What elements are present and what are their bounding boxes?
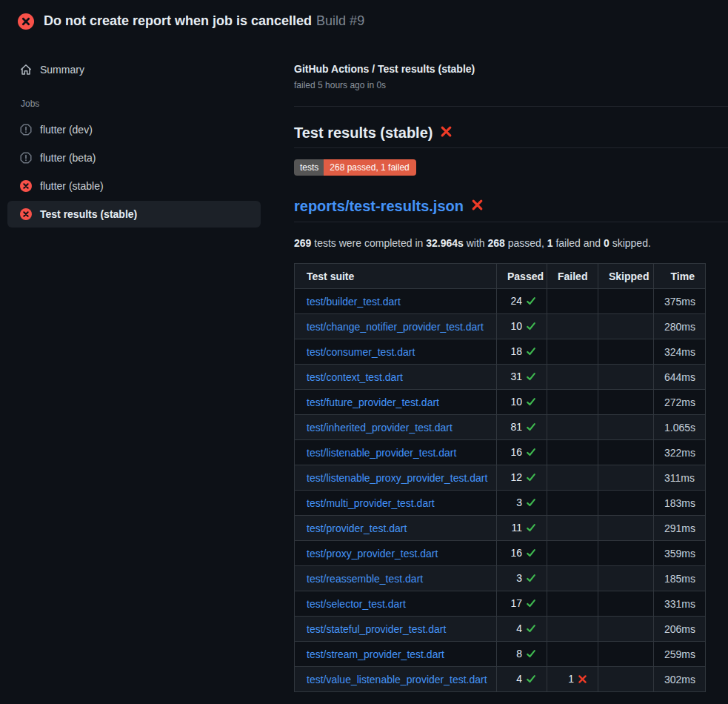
sidebar-item-summary[interactable]: Summary [7, 57, 274, 82]
cell-test-suite: test/context_test.dart [295, 365, 497, 390]
cell-time: 302ms [654, 667, 706, 692]
count-value: 12 [510, 471, 522, 483]
cell-time: 183ms [654, 491, 706, 516]
sidebar-job-item[interactable]: flutter (dev) [7, 116, 261, 143]
cell-test-suite: test/provider_test.dart [295, 516, 497, 541]
run-status-line: failed 5 hours ago in 0s [294, 80, 728, 90]
check-icon [526, 623, 536, 636]
summary-number: 1 [547, 237, 553, 249]
jobs-list: flutter (dev) flutter (beta) flutter (st… [0, 116, 281, 228]
cell-time: 375ms [654, 289, 706, 314]
page-title: Do not create report when job is cancell… [44, 13, 364, 29]
check-icon [526, 598, 536, 611]
count-value: 4 [516, 622, 522, 634]
check-icon [526, 371, 536, 384]
test-suite-link[interactable]: test/change_notifier_provider_test.dart [307, 321, 484, 333]
count-value: 17 [510, 597, 522, 609]
run-title: Do not create report when job is cancell… [44, 13, 312, 28]
cell-test-suite: test/selector_test.dart [295, 591, 497, 617]
count-value: 18 [510, 345, 522, 357]
x-circle-icon [20, 208, 32, 220]
check-icon [526, 573, 536, 583]
section-heading: Test results (stable) [294, 124, 728, 148]
cell-time: 272ms [654, 390, 706, 415]
table-row: test/listenable_provider_test.dart16 322… [295, 440, 706, 465]
report-file-link[interactable]: reports/test-results.json [294, 198, 464, 215]
test-suite-link[interactable]: test/provider_test.dart [307, 522, 407, 534]
section-title: Test results (stable) [294, 124, 433, 142]
cross-mark-icon [440, 124, 453, 142]
x-circle-icon [20, 208, 32, 220]
check-icon [526, 674, 536, 686]
test-suite-link[interactable]: test/stream_provider_test.dart [307, 648, 444, 660]
cell-test-suite: test/multi_provider_test.dart [295, 491, 497, 516]
test-suite-link[interactable]: test/consumer_test.dart [307, 346, 415, 358]
x-circle-icon [20, 180, 32, 192]
check-icon [526, 623, 536, 634]
cell-test-suite: test/value_listenable_provider_test.dart [295, 667, 497, 692]
test-suite-link[interactable]: test/reassemble_test.dart [307, 573, 423, 585]
cell-skipped [598, 339, 654, 365]
cell-skipped [598, 491, 654, 516]
cell-passed: 16 [497, 440, 547, 465]
check-icon [526, 371, 536, 382]
check-icon [526, 296, 536, 308]
column-header-test-suite: Test suite [295, 264, 497, 289]
test-suite-link[interactable]: test/proxy_provider_test.dart [307, 548, 438, 559]
test-suite-link[interactable]: test/selector_test.dart [307, 598, 406, 610]
summary-number: 269 [294, 237, 311, 249]
cell-failed [547, 440, 598, 465]
test-suite-link[interactable]: test/listenable_proxy_provider_test.dart [307, 472, 487, 484]
sidebar-job-item[interactable]: Test results (stable) [7, 201, 261, 228]
test-suite-link[interactable]: test/multi_provider_test.dart [307, 497, 435, 509]
cell-skipped [598, 440, 654, 465]
check-icon [526, 522, 536, 535]
count-value: 11 [511, 522, 522, 534]
cell-failed [547, 491, 598, 516]
cell-skipped [598, 289, 654, 314]
cell-skipped [598, 566, 654, 591]
check-icon [526, 548, 536, 558]
table-row: test/listenable_proxy_provider_test.dart… [295, 465, 706, 491]
check-icon [526, 497, 536, 510]
column-header-failed: Failed [547, 264, 598, 289]
cross-mark-icon [440, 125, 453, 138]
cell-test-suite: test/listenable_provider_test.dart [295, 440, 497, 465]
test-suite-link[interactable]: test/inherited_provider_test.dart [307, 422, 453, 434]
cell-failed [547, 617, 598, 642]
cell-skipped [598, 415, 654, 440]
test-suite-link[interactable]: test/value_listenable_provider_test.dart [307, 674, 487, 685]
cell-passed: 3 [497, 566, 547, 591]
table-row: test/context_test.dart31 644ms [295, 365, 706, 390]
cell-time: 1.065s [654, 415, 706, 440]
check-icon [526, 422, 536, 434]
check-icon [526, 422, 536, 432]
cell-failed [547, 591, 598, 617]
check-icon [526, 472, 536, 482]
check-icon [526, 396, 536, 407]
cell-passed: 11 [497, 516, 547, 541]
test-suite-link[interactable]: test/context_test.dart [307, 371, 403, 383]
count-value: 4 [516, 673, 522, 685]
cell-failed [547, 465, 598, 491]
x-circle-icon [18, 13, 34, 30]
cell-skipped [598, 390, 654, 415]
test-suite-link[interactable]: test/future_provider_test.dart [307, 396, 439, 408]
count-value: 1 [568, 673, 574, 685]
cell-time: 259ms [654, 642, 706, 667]
breadcrumb: GitHub Actions / Test results (stable) [294, 63, 728, 75]
cell-passed: 12 [497, 465, 547, 491]
run-main-content: GitHub Actions / Test results (stable) f… [281, 42, 728, 692]
cell-time: 185ms [654, 566, 706, 591]
test-suite-link[interactable]: test/builder_test.dart [307, 296, 401, 308]
job-label: flutter (beta) [40, 152, 96, 164]
sidebar-job-item[interactable]: flutter (beta) [7, 145, 261, 171]
cell-time: 324ms [654, 339, 706, 365]
test-suite-link[interactable]: test/listenable_provider_test.dart [307, 447, 456, 459]
test-suite-link[interactable]: test/stateful_provider_test.dart [307, 623, 446, 635]
count-value: 3 [516, 572, 522, 584]
summary-number: 0 [604, 237, 610, 249]
sidebar-job-item[interactable]: flutter (stable) [7, 173, 261, 199]
tests-summary-sentence: 269 tests were completed in 32.964s with… [294, 237, 728, 249]
count-value: 16 [510, 446, 522, 458]
